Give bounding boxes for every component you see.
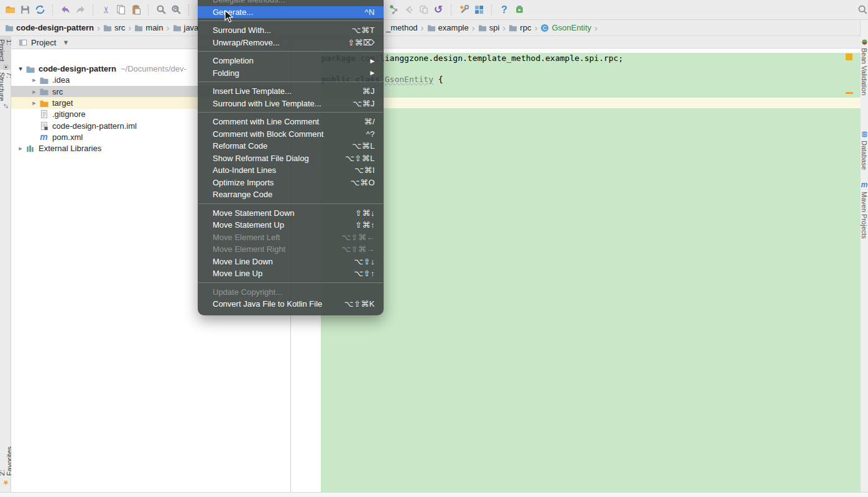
collapse-arrow-icon[interactable]: ▸ <box>16 144 25 152</box>
breadcrumb-item-project[interactable]: code-design-pattern <box>5 23 94 32</box>
redo-icon[interactable] <box>73 2 88 18</box>
code-area[interactable]: package com.lianggzone.design.template_m… <box>321 49 861 492</box>
submenu-arrow-icon: ▶ <box>371 70 375 76</box>
breadcrumb-item-class[interactable]: C GsonEntity <box>540 23 591 32</box>
star-icon: ★ <box>2 478 9 487</box>
menu-item-show-reformat-dialog[interactable]: Show Reformat File Dialog⌥⇧⌘L <box>198 152 384 165</box>
menu-item-move-statement-down[interactable]: Move Statement Down⇧⌘↓ <box>198 207 384 220</box>
svg-text:R: R <box>173 6 177 12</box>
menu-item-insert-live-template[interactable]: Insert Live Template...⌘J <box>198 85 384 98</box>
undo-icon[interactable] <box>58 2 73 18</box>
submenu-arrow-icon: ▶ <box>371 58 375 64</box>
replace-icon[interactable]: R <box>169 2 183 18</box>
toolbar-separator <box>451 4 456 16</box>
breadcrumb-chevron: › <box>97 22 100 33</box>
structure-tool-icon <box>2 104 9 108</box>
folder-icon <box>39 86 49 96</box>
collapse-arrow-icon[interactable]: ▸ <box>30 76 39 84</box>
menu-item-rearrange-code[interactable]: Rearrange Code <box>198 188 384 201</box>
save-icon[interactable] <box>17 2 32 18</box>
tool-tab-favorites[interactable]: 2: Favorites ★ <box>0 442 11 487</box>
menu-item-move-statement-up[interactable]: Move Statement Up⇧⌘↑ <box>198 219 384 231</box>
menu-item-move-element-right: Move Element Right⌥⇧⌘→ <box>198 243 384 256</box>
status-bar <box>0 492 868 497</box>
text-file-icon <box>39 109 49 119</box>
settings-icon[interactable] <box>456 2 471 18</box>
menu-item-move-element-left: Move Element Left⌥⇧⌘← <box>198 231 384 244</box>
tool-tab-bean-validation[interactable]: Bean Validation <box>861 39 868 132</box>
menu-item-surround-with-live-template[interactable]: Surround with Live Template...⌥⌘J <box>198 98 384 110</box>
breadcrumb-item-main[interactable]: main <box>134 23 163 32</box>
vcs-diff-icon[interactable] <box>416 2 431 18</box>
ant-build-icon[interactable] <box>512 2 527 18</box>
menu-item-unwrap-remove[interactable]: Unwrap/Remove...⇧⌘⌦ <box>198 37 384 49</box>
breadcrumb-item-java[interactable]: java <box>173 23 199 32</box>
menu-item-surround-with[interactable]: Surround With...⌥⌘T <box>198 24 384 37</box>
excluded-folder-icon <box>39 98 49 108</box>
project-folder-icon <box>5 24 14 32</box>
synchronize-icon[interactable] <box>32 2 47 18</box>
menu-item-completion[interactable]: Completion▶ <box>198 55 384 67</box>
help-icon[interactable]: ? <box>497 2 512 18</box>
toolbar-left-group: ✂ R <box>2 0 224 19</box>
menu-item-folding[interactable]: Folding▶ <box>198 67 384 80</box>
menu-item-convert-to-kotlin[interactable]: Convert Java File to Kotlin File⌥⇧⌘K <box>198 298 384 310</box>
menu-item-move-line-up[interactable]: Move Line Up⌥⇧↑ <box>198 267 384 280</box>
vcs-commit-icon[interactable] <box>401 2 416 18</box>
folder-icon <box>134 24 143 32</box>
project-structure-icon[interactable] <box>471 2 486 18</box>
breadcrumb-item-spi[interactable]: spi <box>478 23 500 32</box>
menu-separator <box>198 51 383 52</box>
breadcrumb-item-method[interactable]: _method <box>386 23 418 32</box>
search-everywhere-icon[interactable] <box>855 1 868 17</box>
menu-item-auto-indent[interactable]: Auto-Indent Lines⌥⌘I <box>198 164 384 177</box>
collapse-arrow-icon[interactable]: ▸ <box>30 88 39 96</box>
breadcrumb: code-design-pattern › src › main › java … <box>0 20 868 36</box>
open-folder-icon[interactable] <box>2 2 17 18</box>
copy-icon[interactable] <box>113 2 128 18</box>
right-tool-stripe: Bean Validation Database m Maven Project… <box>860 20 868 492</box>
tool-tab-structure[interactable]: 7: Structure <box>0 72 11 108</box>
toolbar-right-group: ↺ ? <box>386 0 527 19</box>
find-icon[interactable] <box>154 2 169 18</box>
menu-item-update-copyright: Update Copyright... <box>198 286 384 299</box>
breadcrumb-chevron: › <box>534 22 537 33</box>
folder-icon <box>509 24 517 32</box>
cut-icon[interactable]: ✂ <box>98 2 113 18</box>
toolbar-separator <box>52 4 58 16</box>
menu-item-comment-line[interactable]: Comment with Line Comment⌘/ <box>198 116 384 128</box>
vcs-update-icon[interactable] <box>386 2 401 18</box>
breadcrumb-chevron: › <box>421 22 424 33</box>
tool-tab-database[interactable]: Database <box>861 131 868 178</box>
current-line-highlight <box>321 98 861 108</box>
libraries-icon <box>25 144 35 154</box>
breadcrumb-chevron: › <box>594 22 598 33</box>
breadcrumb-chevron: › <box>128 22 131 33</box>
context-menu: Delegate Methods... Generate...^N Surrou… <box>198 0 384 315</box>
breadcrumb-item-rpc[interactable]: rpc <box>509 23 531 32</box>
breadcrumb-item-example[interactable]: example <box>427 23 469 32</box>
expand-arrow-icon[interactable]: ▾ <box>16 65 25 73</box>
selection-highlight <box>321 53 861 492</box>
database-icon <box>861 131 868 138</box>
breadcrumb-item-src[interactable]: src <box>103 23 125 32</box>
rollback-icon[interactable]: ↺ <box>431 2 446 18</box>
tool-tab-project[interactable]: 1: Project <box>0 36 11 70</box>
paste-icon[interactable] <box>128 2 143 18</box>
project-folder-icon <box>25 64 35 74</box>
breadcrumb-left: code-design-pattern › src › main › java <box>5 20 198 35</box>
menu-item-optimize-imports[interactable]: Optimize Imports⌥⌘O <box>198 177 384 189</box>
menu-item-move-line-down[interactable]: Move Line Down⌥⇧↓ <box>198 256 384 268</box>
folder-icon <box>103 24 112 32</box>
menu-item-comment-block[interactable]: Comment with Block Comment^? <box>198 128 384 141</box>
menu-item-reformat-code[interactable]: Reformat Code⌥⌘L <box>198 140 384 152</box>
tool-tab-maven-projects[interactable]: m Maven Projects <box>861 180 868 243</box>
main-toolbar: ✂ R ↺ ? <box>0 0 868 20</box>
maven-file-icon: m <box>39 132 49 142</box>
maven-icon: m <box>861 180 868 189</box>
chevron-down-icon: ▼ <box>62 39 69 46</box>
toolbar-separator <box>93 4 98 16</box>
mouse-cursor <box>224 10 234 23</box>
collapse-arrow-icon[interactable]: ▸ <box>30 99 39 107</box>
breadcrumb-right: _method › example › spi › rpc › C GsonEn… <box>386 20 601 35</box>
